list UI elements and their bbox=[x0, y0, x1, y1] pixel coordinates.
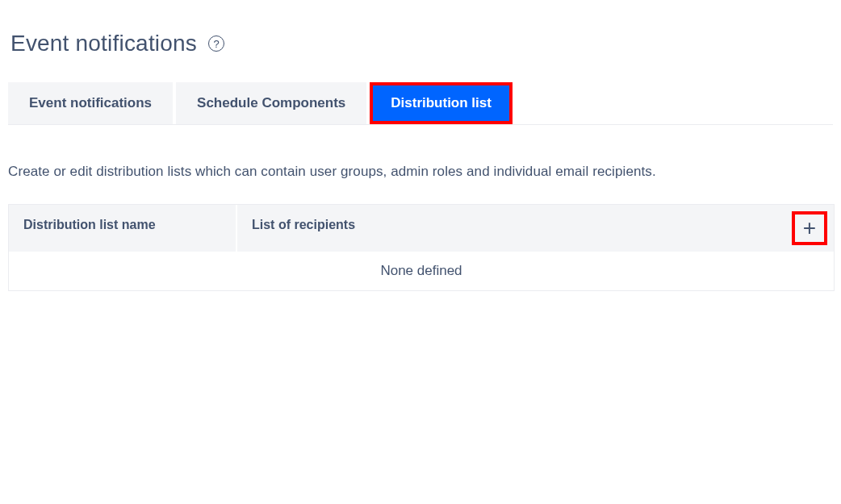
distribution-list-table: Distribution list name List of recipient… bbox=[8, 204, 835, 291]
tab-distribution-list[interactable]: Distribution list bbox=[370, 82, 513, 124]
help-icon[interactable]: ? bbox=[208, 35, 224, 52]
page-title: Event notifications bbox=[10, 31, 197, 56]
tab-bar: Event notifications Schedule Components … bbox=[8, 82, 833, 125]
tab-event-notifications[interactable]: Event notifications bbox=[8, 82, 173, 124]
tab-label: Schedule Components bbox=[197, 95, 345, 110]
column-header-recipients: List of recipients bbox=[237, 205, 785, 252]
plus-icon: + bbox=[803, 217, 816, 240]
tab-label: Event notifications bbox=[29, 95, 152, 110]
tab-label: Distribution list bbox=[391, 95, 492, 110]
table-header-row: Distribution list name List of recipient… bbox=[9, 205, 834, 252]
column-header-name: Distribution list name bbox=[9, 205, 237, 252]
column-header-action: + bbox=[785, 205, 834, 252]
table-empty-row: None defined bbox=[9, 252, 834, 290]
add-distribution-list-button[interactable]: + bbox=[792, 211, 827, 245]
tab-schedule-components[interactable]: Schedule Components bbox=[176, 82, 366, 124]
page-header: Event notifications ? bbox=[0, 0, 841, 56]
page-description: Create or edit distribution lists which … bbox=[8, 164, 841, 180]
